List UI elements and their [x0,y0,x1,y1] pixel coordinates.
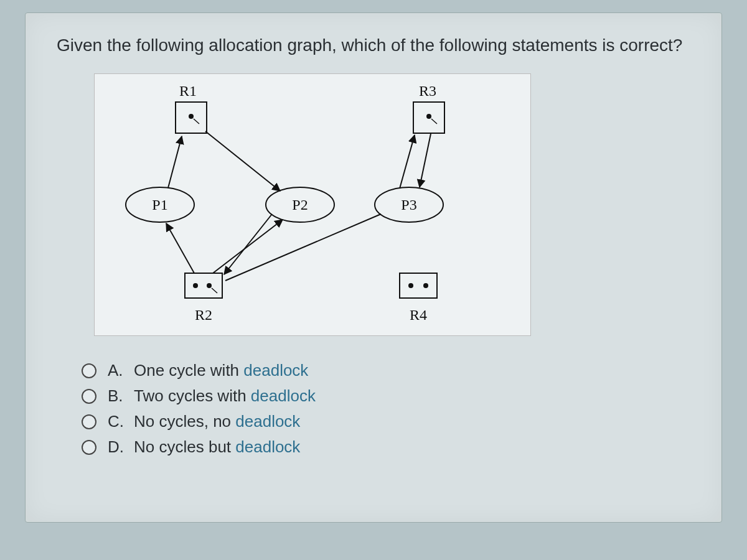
option-letter: C. [108,412,125,431]
instance-dot [189,114,194,119]
option-highlight: deadlock [235,437,300,456]
option-letter: A. [108,361,125,380]
question-card: Given the following allocation graph, wh… [25,12,722,523]
option-plain: One cycle with [134,361,243,380]
allocation-graph-svg: R1 R3 P1 P2 P3 R2 [95,74,530,335]
option-text: No cycles, no deadlock [134,412,300,431]
option-c[interactable]: C. No cycles, no deadlock [82,412,690,431]
edge-p3-r3 [400,135,415,189]
edge-p2-r2 [224,214,272,274]
options-list: A. One cycle with deadlock B. Two cycles… [82,361,690,457]
radio-icon [82,363,96,378]
option-d[interactable]: D. No cycles but deadlock [82,437,690,457]
option-highlight: deadlock [243,361,308,380]
label-p3: P3 [401,197,416,213]
option-plain: Two cycles with [134,386,251,405]
edge-p3-r2 [225,214,381,281]
option-highlight: deadlock [251,386,316,405]
option-letter: D. [108,437,125,457]
question-text: Given the following allocation graph, wh… [57,32,690,58]
option-letter: B. [108,386,125,406]
option-text: One cycle with deadlock [134,361,308,380]
instance-dot [207,283,212,288]
option-b[interactable]: B. Two cycles with deadlock [82,386,690,406]
instance-dot [426,114,431,119]
allocation-graph: R1 R3 P1 P2 P3 R2 [94,73,531,336]
label-p2: P2 [292,197,308,213]
option-a[interactable]: A. One cycle with deadlock [82,361,690,380]
instance-dot [423,283,428,288]
edge-r2-p2 [213,220,283,273]
label-r2: R2 [195,307,212,323]
edge-p1-r1 [168,136,182,188]
edge-r1-p2 [205,131,280,191]
resource-r2 [185,273,222,298]
instance-dot [408,283,413,288]
instance-dot [193,283,198,288]
option-plain: No cycles but [134,437,235,456]
radio-icon [82,414,96,429]
option-highlight: deadlock [235,412,300,431]
edge-r2-p1 [166,223,194,273]
option-text: Two cycles with deadlock [134,386,316,406]
label-r4: R4 [410,307,427,323]
label-p1: P1 [152,197,167,213]
option-text: No cycles but deadlock [134,437,300,457]
label-r3: R3 [419,83,436,99]
edge-r3-p3 [420,134,431,187]
option-plain: No cycles, no [134,412,235,431]
label-r1: R1 [179,83,197,99]
radio-icon [82,389,96,404]
radio-icon [82,440,96,455]
resource-r4 [400,273,437,298]
